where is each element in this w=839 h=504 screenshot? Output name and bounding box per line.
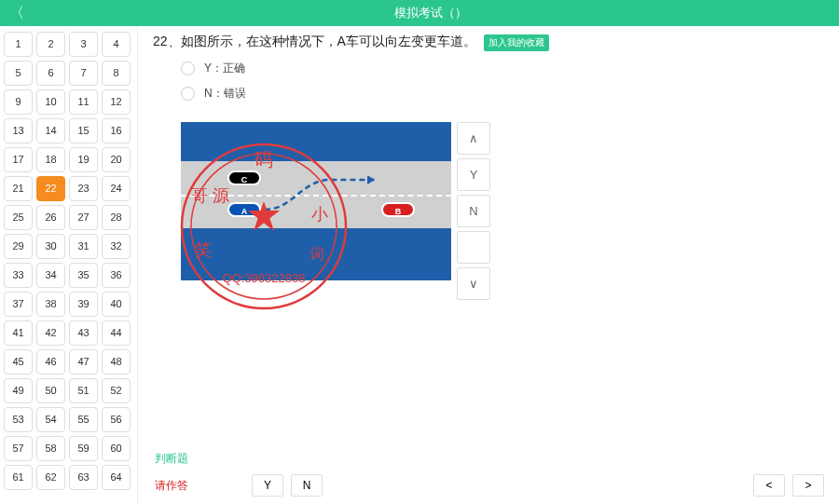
- question-number: 22、: [153, 34, 181, 48]
- question-nav-3[interactable]: 3: [69, 32, 98, 57]
- question-nav-50[interactable]: 50: [36, 378, 65, 403]
- car-b: B: [381, 202, 415, 217]
- question-nav-63[interactable]: 63: [69, 465, 98, 490]
- question-nav-39[interactable]: 39: [69, 292, 98, 317]
- question-nav-55[interactable]: 55: [69, 407, 98, 432]
- question-nav-4[interactable]: 4: [102, 32, 131, 57]
- question-nav-30[interactable]: 30: [36, 234, 65, 259]
- question-type-label: 判断题: [155, 451, 824, 467]
- arrow-icon: [265, 176, 386, 213]
- question-nav-18[interactable]: 18: [36, 147, 65, 172]
- question-nav-23[interactable]: 23: [69, 176, 98, 201]
- question-nav-14[interactable]: 14: [36, 118, 65, 143]
- blank-button[interactable]: [457, 231, 490, 264]
- question-nav-38[interactable]: 38: [36, 292, 65, 317]
- scroll-down-button[interactable]: ∨: [457, 267, 490, 300]
- question-nav-1[interactable]: 1: [4, 32, 33, 57]
- back-icon[interactable]: 〈: [9, 4, 24, 23]
- radio-icon: [181, 87, 195, 101]
- question-nav-8[interactable]: 8: [102, 61, 131, 86]
- question-nav-46[interactable]: 46: [36, 349, 65, 375]
- question-nav-15[interactable]: 15: [69, 118, 98, 143]
- scroll-up-button[interactable]: ∧: [457, 122, 490, 155]
- question-nav-59[interactable]: 59: [69, 436, 98, 461]
- bottom-n-button[interactable]: N: [291, 474, 323, 497]
- control-column: ∧ Y N ∨: [457, 122, 490, 300]
- question-nav-17[interactable]: 17: [4, 147, 33, 172]
- question-nav-56[interactable]: 56: [102, 407, 131, 432]
- question-nav-41[interactable]: 41: [4, 320, 33, 346]
- question-nav-44[interactable]: 44: [102, 320, 131, 346]
- question-nav-54[interactable]: 54: [36, 407, 65, 432]
- question-nav-20[interactable]: 20: [102, 147, 131, 172]
- question-nav-24[interactable]: 24: [102, 176, 131, 201]
- question-nav-31[interactable]: 31: [69, 234, 98, 259]
- question-nav-52[interactable]: 52: [102, 378, 131, 403]
- question-nav-40[interactable]: 40: [102, 292, 131, 317]
- question-nav-26[interactable]: 26: [36, 205, 65, 230]
- question-nav-45[interactable]: 45: [4, 349, 33, 375]
- car-a: A: [227, 202, 261, 217]
- question-nav-48[interactable]: 48: [102, 349, 131, 375]
- answer-y-button[interactable]: Y: [457, 158, 490, 191]
- option-n-label: N：错误: [204, 86, 246, 102]
- option-y-label: Y：正确: [204, 61, 245, 76]
- question-nav-7[interactable]: 7: [69, 61, 98, 86]
- question-nav-29[interactable]: 29: [4, 234, 33, 259]
- question-nav-11[interactable]: 11: [69, 89, 98, 115]
- question-nav-64[interactable]: 64: [102, 465, 131, 490]
- question-body: 如图所示，在这种情况下，A车可以向左变更车道。: [181, 34, 476, 48]
- question-nav-27[interactable]: 27: [69, 205, 98, 230]
- question-nav-33[interactable]: 33: [4, 263, 33, 288]
- question-nav-37[interactable]: 37: [4, 292, 33, 317]
- question-nav-28[interactable]: 28: [102, 205, 131, 230]
- question-nav-53[interactable]: 53: [4, 407, 33, 432]
- question-nav-49[interactable]: 49: [4, 378, 33, 403]
- question-nav-10[interactable]: 10: [36, 89, 65, 115]
- question-nav-25[interactable]: 25: [4, 205, 33, 230]
- question-nav-32[interactable]: 32: [102, 234, 131, 259]
- question-nav-34[interactable]: 34: [36, 263, 65, 288]
- question-nav-12[interactable]: 12: [102, 89, 131, 115]
- question-nav-5[interactable]: 5: [4, 61, 33, 86]
- next-button[interactable]: >: [792, 474, 824, 497]
- question-nav-47[interactable]: 47: [69, 349, 98, 375]
- bottom-y-button[interactable]: Y: [252, 474, 283, 497]
- option-n[interactable]: N：错误: [181, 86, 824, 102]
- question-nav-42[interactable]: 42: [36, 320, 65, 346]
- question-nav-13[interactable]: 13: [4, 118, 33, 143]
- answer-prompt: 请作答: [155, 478, 188, 494]
- svg-marker-0: [367, 176, 375, 184]
- question-nav-9[interactable]: 9: [4, 89, 33, 115]
- question-nav-6[interactable]: 6: [36, 61, 65, 86]
- question-grid-sidebar: 1234567891011121314151617181920212223242…: [0, 26, 138, 504]
- question-image: C A B: [181, 122, 451, 280]
- prev-button[interactable]: <: [753, 474, 785, 497]
- question-nav-43[interactable]: 43: [69, 320, 98, 346]
- question-text: 22、如图所示，在这种情况下，A车可以向左变更车道。 加入我的收藏: [153, 34, 824, 51]
- question-nav-61[interactable]: 61: [4, 465, 33, 490]
- question-nav-16[interactable]: 16: [102, 118, 131, 143]
- add-favorite-button[interactable]: 加入我的收藏: [484, 34, 549, 51]
- answer-n-button[interactable]: N: [457, 195, 490, 227]
- question-nav-35[interactable]: 35: [69, 263, 98, 288]
- question-nav-22[interactable]: 22: [36, 176, 65, 201]
- car-c: C: [227, 170, 261, 185]
- question-nav-19[interactable]: 19: [69, 147, 98, 172]
- question-nav-62[interactable]: 62: [36, 465, 65, 490]
- page-title: 模拟考试（）: [32, 5, 830, 21]
- question-nav-2[interactable]: 2: [36, 32, 65, 57]
- question-nav-57[interactable]: 57: [4, 436, 33, 461]
- question-nav-36[interactable]: 36: [102, 263, 131, 288]
- option-y[interactable]: Y：正确: [181, 61, 824, 76]
- question-nav-21[interactable]: 21: [4, 176, 33, 201]
- question-nav-58[interactable]: 58: [36, 436, 65, 461]
- question-nav-60[interactable]: 60: [102, 436, 131, 461]
- question-nav-51[interactable]: 51: [69, 378, 98, 403]
- question-content: 22、如图所示，在这种情况下，A车可以向左变更车道。 加入我的收藏 Y：正确 N…: [138, 26, 839, 504]
- radio-icon: [181, 61, 195, 75]
- bottom-bar: 请作答 Y N < >: [153, 472, 824, 497]
